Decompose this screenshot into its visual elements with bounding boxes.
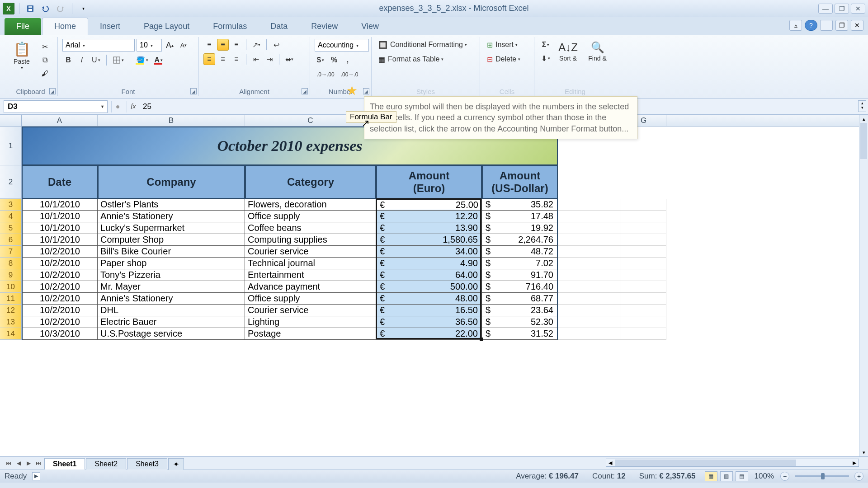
cell-company[interactable]: Lucky's Supermarket — [98, 222, 245, 234]
cell-empty[interactable] — [558, 281, 621, 293]
decrease-indent-button[interactable]: ⇤ — [250, 53, 262, 65]
cell-category[interactable]: Courier service — [245, 246, 376, 258]
cell-amount-euro[interactable]: €500.00 — [376, 281, 482, 293]
cell-category[interactable]: Coffee beans — [245, 222, 376, 234]
insert-cells-button[interactable]: ⊞Insert▾ — [485, 39, 533, 51]
comma-format-button[interactable]: , — [342, 54, 354, 66]
increase-indent-button[interactable]: ⇥ — [264, 53, 275, 65]
cell-empty[interactable] — [621, 293, 666, 305]
cell-empty[interactable] — [558, 269, 621, 281]
zoom-in-button[interactable]: + — [854, 472, 863, 481]
delete-cells-button[interactable]: ⊟Delete▾ — [485, 53, 533, 65]
workbook-close-button[interactable]: ✕ — [851, 20, 863, 31]
fill-color-button[interactable]: 🪣▾ — [134, 54, 151, 66]
row-header-7[interactable]: 7 — [0, 246, 22, 258]
cell-empty[interactable] — [621, 222, 666, 234]
align-right-button[interactable]: ≡ — [231, 53, 242, 65]
row-header-3[interactable]: 3 — [0, 199, 22, 211]
cell-empty[interactable] — [558, 305, 621, 316]
row-header-6[interactable]: 6 — [0, 234, 22, 246]
format-as-table-button[interactable]: ▦Format as Table▾ — [376, 53, 467, 65]
file-tab[interactable]: File — [5, 18, 41, 35]
cell-category[interactable]: Courier service — [245, 305, 376, 316]
prev-sheet-button[interactable]: ◀ — [14, 459, 24, 468]
cell-amount-usd[interactable]: $48.72 — [482, 246, 558, 258]
orientation-button[interactable]: ↗▾ — [250, 39, 263, 51]
cell-empty[interactable] — [621, 269, 666, 281]
cell-amount-euro[interactable]: €22.00 — [376, 328, 482, 340]
cell-empty[interactable] — [558, 316, 621, 328]
cell-date[interactable]: 10/1/2010 — [22, 234, 98, 246]
cell-amount-usd[interactable]: $35.82 — [482, 199, 558, 211]
cell-empty[interactable] — [621, 246, 666, 258]
cell-amount-euro[interactable]: €13.90 — [376, 222, 482, 234]
data-tab[interactable]: Data — [259, 18, 299, 35]
cell-amount-usd[interactable]: $68.77 — [482, 293, 558, 305]
cell-company[interactable]: Paper shop — [98, 258, 245, 269]
cell-date[interactable]: 10/2/2010 — [22, 246, 98, 258]
cell-empty[interactable] — [621, 316, 666, 328]
undo-button[interactable] — [39, 3, 52, 14]
cell-date[interactable]: 10/2/2010 — [22, 281, 98, 293]
cell-category[interactable]: Lighting — [245, 316, 376, 328]
align-top-button[interactable]: ≡ — [203, 39, 215, 51]
cell-empty[interactable] — [621, 211, 666, 222]
decrease-font-button[interactable]: A▾ — [178, 39, 189, 51]
row-header-9[interactable]: 9 — [0, 269, 22, 281]
cell-empty[interactable] — [558, 211, 621, 222]
increase-font-button[interactable]: A▴ — [164, 39, 176, 51]
cell-company[interactable]: Computer Shop — [98, 234, 245, 246]
font-name-dropdown[interactable]: Arial▾ — [62, 39, 135, 52]
cell-company[interactable]: Tony's Pizzeria — [98, 269, 245, 281]
cell-amount-euro[interactable]: €48.00 — [376, 293, 482, 305]
help-button[interactable]: ? — [805, 20, 817, 31]
cell-amount-usd[interactable]: $91.70 — [482, 269, 558, 281]
cell-company[interactable]: Mr. Mayer — [98, 281, 245, 293]
cell-amount-usd[interactable]: $19.92 — [482, 222, 558, 234]
header-company[interactable]: Company — [98, 165, 245, 199]
cell-empty[interactable] — [558, 293, 621, 305]
clipboard-launcher[interactable]: ◢ — [49, 88, 56, 94]
borders-button[interactable]: ▾ — [110, 54, 126, 66]
page-layout-tab[interactable]: Page Layout — [132, 18, 201, 35]
cells-area[interactable]: October 2010 expensesDateCompanyCategory… — [22, 127, 666, 340]
cell-empty[interactable] — [621, 199, 666, 211]
row-header-11[interactable]: 11 — [0, 293, 22, 305]
cell-amount-usd[interactable]: $52.30 — [482, 316, 558, 328]
cell-category[interactable]: Technical journal — [245, 258, 376, 269]
cell-category[interactable]: Office supply — [245, 293, 376, 305]
row-header-4[interactable]: 4 — [0, 211, 22, 222]
cell-empty[interactable] — [558, 222, 621, 234]
first-sheet-button[interactable]: ⏮ — [4, 459, 14, 468]
macro-record-button[interactable]: ▶ — [32, 472, 40, 480]
zoom-level[interactable]: 100% — [755, 472, 774, 481]
paste-button[interactable]: 📋 Paste ▾ — [8, 39, 35, 72]
minimize-ribbon-button[interactable]: ▵ — [789, 20, 802, 31]
expand-formula-bar-button[interactable]: ▴▾ — [858, 100, 866, 112]
cell-category[interactable]: Flowers, decoration — [245, 199, 376, 211]
normal-view-button[interactable]: ▦ — [705, 471, 717, 481]
row-header-2[interactable]: 2 — [0, 165, 22, 199]
cell-empty[interactable] — [621, 258, 666, 269]
cell-category[interactable]: Advance payment — [245, 281, 376, 293]
cell-date[interactable]: 10/1/2010 — [22, 199, 98, 211]
workbook-restore-button[interactable]: ❐ — [835, 20, 848, 31]
cell-empty[interactable] — [621, 281, 666, 293]
row-header-13[interactable]: 13 — [0, 316, 22, 328]
zoom-slider[interactable] — [795, 475, 849, 477]
next-sheet-button[interactable]: ▶ — [24, 459, 33, 468]
cell-date[interactable]: 10/2/2010 — [22, 258, 98, 269]
view-tab[interactable]: View — [349, 18, 391, 35]
cell-company[interactable]: Bill's Bike Courier — [98, 246, 245, 258]
cell-date[interactable]: 10/2/2010 — [22, 293, 98, 305]
home-tab[interactable]: Home — [42, 18, 88, 35]
cell-category[interactable]: Postage — [245, 328, 376, 340]
wrap-text-button[interactable]: ↩ — [270, 39, 282, 51]
conditional-formatting-button[interactable]: 🔲Conditional Formatting▾ — [376, 39, 479, 51]
selection-fill-handle[interactable] — [480, 338, 483, 341]
find-select-button[interactable]: 🔍Find & — [584, 39, 611, 64]
number-format-dropdown[interactable]: Accounting▾ — [315, 39, 369, 52]
cell-empty[interactable] — [558, 246, 621, 258]
sheet-tab-2[interactable]: Sheet2 — [86, 458, 126, 469]
cell-date[interactable]: 10/2/2010 — [22, 305, 98, 316]
